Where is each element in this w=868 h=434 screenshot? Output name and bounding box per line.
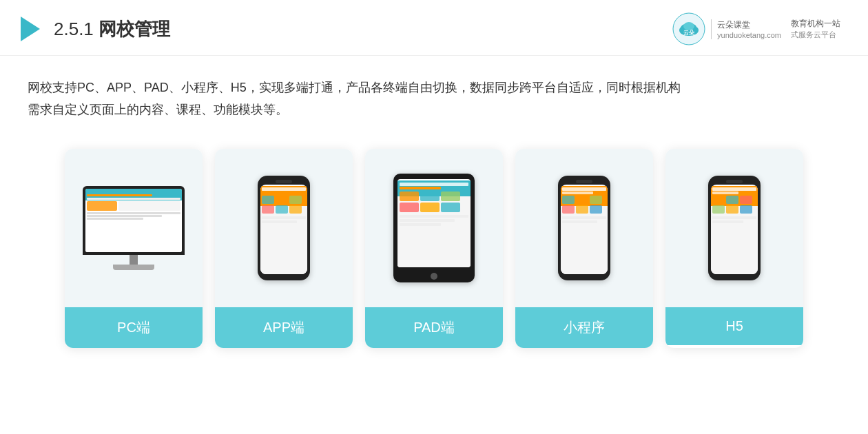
header: 2.5.1 网校管理 云朵 云朵课堂 yunduoketang.com xyxy=(0,0,868,56)
phone-h5-frame xyxy=(708,176,761,280)
monitor-base xyxy=(113,265,154,270)
cards-container: PC端 xyxy=(0,135,868,369)
brand-tagline: 教育机构一站 式服务云平台 xyxy=(787,18,840,40)
card-pc-image xyxy=(65,149,203,307)
brand-cloud-icon: 云朵 xyxy=(672,12,705,45)
brand-tagline-2: 式服务云平台 xyxy=(791,30,840,40)
page-container: 2.5.1 网校管理 云朵 云朵课堂 yunduoketang.com xyxy=(0,0,868,434)
card-miniprogram: 小程序 xyxy=(515,149,653,348)
page-title-main: 网校管理 xyxy=(99,19,170,39)
brand-url: yunduoketang.com xyxy=(717,31,781,39)
logo-triangle-icon xyxy=(21,17,40,41)
tablet-frame xyxy=(393,174,475,282)
monitor-screen xyxy=(85,189,182,252)
monitor-screen-content xyxy=(85,189,182,252)
phone-mini-frame xyxy=(558,176,610,280)
phone-app-content xyxy=(260,186,307,274)
phone-h5-notch xyxy=(726,180,743,183)
card-miniprogram-image xyxy=(515,149,653,307)
card-app-image xyxy=(215,149,353,307)
page-title-prefix: 2.5.1 xyxy=(54,19,99,39)
page-title: 2.5.1 网校管理 xyxy=(54,17,170,41)
tablet-screen-content xyxy=(397,180,471,267)
description-text: 网校支持PC、APP、PAD、小程序、H5，实现多端打通，产品各终端自由切换，数… xyxy=(28,76,840,121)
phone-h5-content xyxy=(711,186,758,274)
description: 网校支持PC、APP、PAD、小程序、H5，实现多端打通，产品各终端自由切换，数… xyxy=(0,56,868,135)
phone-h5-screen xyxy=(711,185,758,274)
brand-logo: 云朵 云朵课堂 yunduoketang.com 教育机构一站 式服务云平台 xyxy=(672,12,840,45)
pc-monitor xyxy=(83,186,185,270)
card-pad-image xyxy=(365,149,503,307)
monitor-frame xyxy=(83,186,185,255)
phone-mini-content xyxy=(561,186,608,274)
brand-name: 云朵课堂 xyxy=(717,19,781,31)
brand-tagline-1: 教育机构一站 xyxy=(791,18,840,30)
monitor-neck xyxy=(130,255,138,265)
card-h5: H5 xyxy=(665,149,803,348)
phone-mini-screen xyxy=(561,185,608,274)
phone-app-frame xyxy=(258,176,310,280)
phone-notch xyxy=(276,180,292,183)
svg-text:云朵: 云朵 xyxy=(683,30,695,36)
header-right: 云朵 云朵课堂 yunduoketang.com 教育机构一站 式服务云平台 xyxy=(672,12,840,45)
header-left: 2.5.1 网校管理 xyxy=(21,17,170,41)
card-pad-label: PAD端 xyxy=(365,307,503,348)
card-h5-label: H5 xyxy=(665,307,803,345)
card-miniprogram-label: 小程序 xyxy=(515,307,653,348)
brand-text: 云朵课堂 yunduoketang.com xyxy=(711,19,781,39)
card-pc: PC端 xyxy=(65,149,203,348)
card-pad: PAD端 xyxy=(365,149,503,348)
tablet-home-button xyxy=(431,273,437,280)
card-app: APP端 xyxy=(215,149,353,348)
card-app-label: APP端 xyxy=(215,307,353,348)
card-h5-image xyxy=(665,149,803,307)
tablet-screen xyxy=(397,179,471,267)
phone-mini-notch xyxy=(576,180,592,183)
phone-app-screen xyxy=(260,185,307,274)
card-pc-label: PC端 xyxy=(65,307,203,348)
